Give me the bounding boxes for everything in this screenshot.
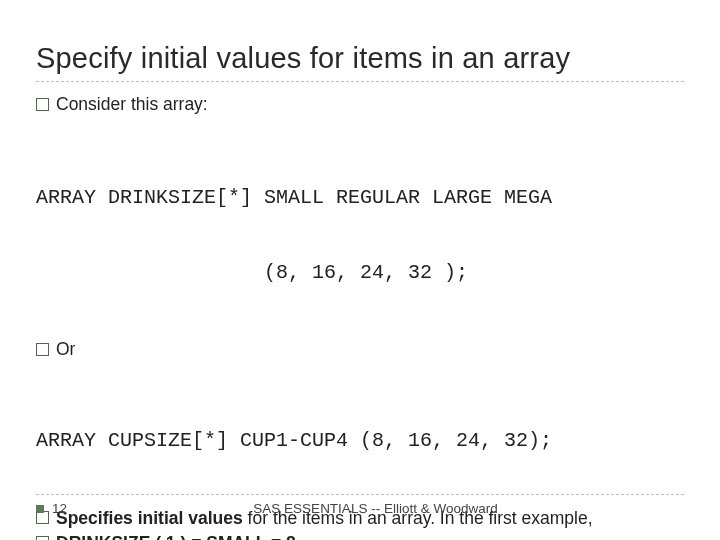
body-text: DRINKSIZE ( 1 ) = SMALL = 8: [56, 532, 296, 540]
slide-title: Specify initial values for items in an a…: [36, 42, 684, 75]
footer-row: 12 SAS ESSENTIALS -- Elliott & Woodward: [36, 501, 684, 516]
code-line: ARRAY CUPSIZE[*] CUP1-CUP4 (8, 16, 24, 3…: [36, 428, 684, 453]
code-line: ARRAY DRINKSIZE[*] SMALL REGULAR LARGE M…: [36, 185, 684, 210]
slide: Specify initial values for items in an a…: [0, 0, 720, 540]
footer-source: SAS ESSENTIALS -- Elliott & Woodward: [67, 501, 684, 516]
bullet-consider: Consider this array:: [36, 94, 684, 115]
title-divider: [36, 81, 684, 82]
page-marker-icon: [36, 505, 44, 513]
code-line: (8, 16, 24, 32 );: [36, 260, 684, 285]
code-block-1: ARRAY DRINKSIZE[*] SMALL REGULAR LARGE M…: [36, 135, 684, 335]
checkbox-icon: [36, 536, 49, 540]
bullet-or: Or: [36, 339, 684, 360]
page-number: 12: [52, 501, 67, 516]
checkbox-icon: [36, 343, 49, 356]
bullet-text: Consider this array:: [56, 94, 208, 115]
checkbox-icon: [36, 98, 49, 111]
footer: 12 SAS ESSENTIALS -- Elliott & Woodward: [36, 494, 684, 516]
body-line-2: DRINKSIZE ( 1 ) = SMALL = 8: [36, 532, 684, 540]
footer-divider: [36, 494, 684, 495]
bullet-text: Or: [56, 339, 75, 360]
code-block-2: ARRAY CUPSIZE[*] CUP1-CUP4 (8, 16, 24, 3…: [36, 378, 684, 503]
